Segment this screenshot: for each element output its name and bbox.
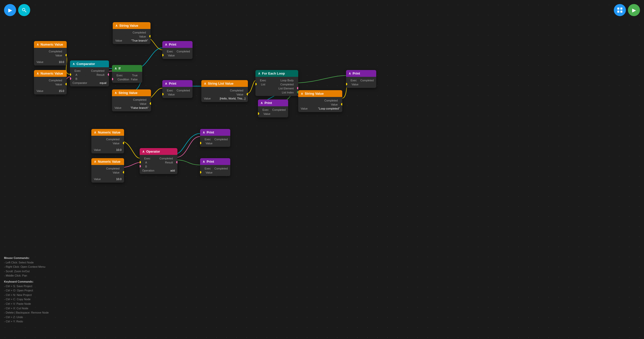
value-field: Value "Loop completed" bbox=[298, 107, 342, 111]
node-header: ∧ Print bbox=[162, 41, 193, 48]
node-title: Print bbox=[207, 160, 214, 163]
print-node-2[interactable]: ∧ Print Exec Completed Value bbox=[162, 80, 193, 98]
kb-cmd-5: - Ctrl + V: Paste Node bbox=[4, 302, 49, 306]
value-field-row: Value "True branch" bbox=[113, 39, 150, 43]
svg-rect-2 bbox=[617, 8, 619, 10]
exec-in-row: Exec Completed bbox=[258, 108, 288, 112]
node-header: ∧ Print bbox=[346, 70, 376, 77]
kb-cmd-1: - Ctrl + S: Save Project bbox=[4, 284, 49, 289]
node-body: Exec Loop Body List Completed List Eleme… bbox=[255, 77, 298, 96]
value-out-row: Value bbox=[113, 35, 150, 39]
caret-icon: ∧ bbox=[142, 150, 145, 153]
arrow-button[interactable]: ▶ bbox=[4, 4, 16, 16]
completed-row: Completed bbox=[34, 49, 67, 53]
node-title: String List Value bbox=[208, 82, 234, 85]
keyboard-commands-title: Keyboard Commands: bbox=[4, 280, 49, 284]
node-body: Completed Value Value "Loop completed" bbox=[298, 97, 342, 112]
string-value-node-1[interactable]: ∧ String Value Completed Value Value "Tr… bbox=[113, 22, 150, 44]
comparator-node[interactable]: ∧ Comparator Exec Completed A Result B C… bbox=[70, 60, 109, 86]
caret-icon: ∧ bbox=[72, 62, 75, 66]
node-header: ∧ Operator bbox=[140, 148, 177, 155]
kb-cmd-8: - Ctrl + Z: Undo bbox=[4, 315, 49, 320]
caret-icon: ∧ bbox=[36, 43, 39, 46]
print-node-5[interactable]: ∧ Print Exec Completed Value bbox=[200, 129, 230, 147]
node-header: ∧ Print bbox=[258, 99, 288, 106]
node-header: ∧ Numeric Value bbox=[91, 129, 124, 136]
kb-cmd-3: - Ctrl + N: New Project bbox=[4, 293, 49, 297]
numeric-value-node-1[interactable]: ∧ Numeric Value Completed Value Value 10… bbox=[34, 41, 67, 65]
condition-row: Condition False bbox=[112, 77, 142, 81]
node-body: Completed Value Value 10.0 bbox=[91, 136, 124, 153]
print-node-1[interactable]: ∧ Print Exec Completed Value bbox=[162, 41, 193, 59]
value-out-row: Value bbox=[91, 171, 124, 175]
a-row: A Result bbox=[140, 160, 177, 164]
exec-row: Exec Completed bbox=[70, 69, 109, 73]
caret-icon: ∧ bbox=[115, 66, 117, 70]
numeric-value-node-2[interactable]: ∧ Numeric Value Completed Value Value 15… bbox=[34, 70, 67, 94]
value-out-row: Value bbox=[298, 103, 342, 107]
string-value-node-3[interactable]: ∧ String Value Completed Value Value "Lo… bbox=[298, 90, 342, 112]
node-header: ∧ Print bbox=[162, 80, 193, 87]
for-each-loop-node[interactable]: ∧ For Each Loop Exec Loop Body List Comp… bbox=[255, 70, 298, 96]
caret-icon: ∧ bbox=[115, 91, 117, 95]
node-body: Completed Value Value [Hello, World, Thi… bbox=[201, 87, 248, 102]
kb-cmd-2: - Ctrl + O: Open Project bbox=[4, 288, 49, 293]
node-title: Operator bbox=[146, 150, 160, 153]
node-title: String Value bbox=[119, 24, 138, 27]
node-title: Numeric Value bbox=[98, 160, 121, 163]
caret-icon: ∧ bbox=[165, 82, 167, 85]
exec-in-row: Exec Completed bbox=[162, 88, 193, 92]
node-title: For Each Loop bbox=[262, 72, 285, 75]
value-in-row: Value bbox=[200, 171, 230, 175]
svg-line-1 bbox=[25, 11, 26, 12]
node-title: Print bbox=[207, 130, 214, 134]
kb-cmd-9: - Ctrl + Y: Redo bbox=[4, 319, 49, 324]
node-body: Completed Value Value 15.0 bbox=[34, 77, 67, 94]
node-body: Exec Completed Value bbox=[162, 87, 193, 98]
node-body: Completed Value Value 10.0 bbox=[91, 165, 124, 183]
node-body: Exec Completed Value bbox=[346, 77, 376, 88]
numeric-value-node-3[interactable]: ∧ Numeric Value Completed Value Value 10… bbox=[91, 129, 124, 153]
play-button[interactable]: ▶ bbox=[628, 4, 640, 16]
print-node-3[interactable]: ∧ Print Exec Completed Value bbox=[258, 99, 288, 117]
mouse-cmd-2: - Right Click: Open Context Menu bbox=[4, 265, 49, 269]
node-body: Exec Completed Value bbox=[200, 165, 230, 176]
caret-icon: ∧ bbox=[301, 92, 303, 95]
node-header: ∧ For Each Loop bbox=[255, 70, 298, 77]
print-node-6[interactable]: ∧ Print Exec Completed Value bbox=[200, 158, 230, 176]
node-body: Exec Completed Value bbox=[258, 106, 288, 117]
if-node[interactable]: ∧ If Exec True Condition False bbox=[112, 65, 142, 83]
caret-icon: ∧ bbox=[94, 160, 96, 163]
node-title: Print bbox=[264, 101, 272, 105]
exec-in-row: Exec Completed bbox=[346, 78, 376, 82]
completed-row: Completed bbox=[34, 78, 67, 82]
search-button[interactable] bbox=[18, 4, 30, 16]
string-value-node-2[interactable]: ∧ String Value Completed Value Value "Fa… bbox=[112, 89, 151, 111]
node-title: Numeric Value bbox=[41, 72, 63, 75]
caret-icon: ∧ bbox=[204, 82, 206, 85]
value-field: Value [Hello, World, This...] bbox=[201, 96, 248, 100]
svg-rect-5 bbox=[620, 11, 622, 13]
node-header: ∧ Print bbox=[200, 158, 230, 165]
caret-icon: ∧ bbox=[203, 160, 205, 163]
grid-button[interactable] bbox=[614, 4, 626, 16]
caret-icon: ∧ bbox=[36, 72, 39, 75]
caret-icon: ∧ bbox=[165, 43, 167, 46]
string-list-value-node[interactable]: ∧ String List Value Completed Value Valu… bbox=[201, 80, 248, 102]
node-body: Completed Value Value "False branch" bbox=[112, 96, 151, 111]
kb-cmd-7: - Delete | Backspace: Remove Node bbox=[4, 311, 49, 315]
node-title: Comparator bbox=[77, 62, 95, 66]
completed-row: Completed bbox=[91, 166, 124, 171]
caret-icon: ∧ bbox=[260, 101, 263, 105]
value-field: Value 15.0 bbox=[34, 89, 67, 93]
operator-node[interactable]: ∧ Operator Exec Completed A Result B Ope… bbox=[140, 148, 177, 174]
node-body: Exec Completed A Result B Operation add bbox=[140, 155, 177, 174]
exec-row: Exec True bbox=[112, 73, 142, 77]
node-header: ∧ String Value bbox=[298, 90, 342, 97]
numeric-value-node-4[interactable]: ∧ Numeric Value Completed Value Value 10… bbox=[91, 158, 124, 183]
print-node-4[interactable]: ∧ Print Exec Completed Value bbox=[346, 70, 376, 88]
completed-row: Completed bbox=[298, 98, 342, 103]
value-out-row: Value bbox=[91, 141, 124, 145]
exec-in-row: Exec Completed bbox=[200, 137, 230, 141]
completed-row: Completed bbox=[112, 98, 151, 102]
